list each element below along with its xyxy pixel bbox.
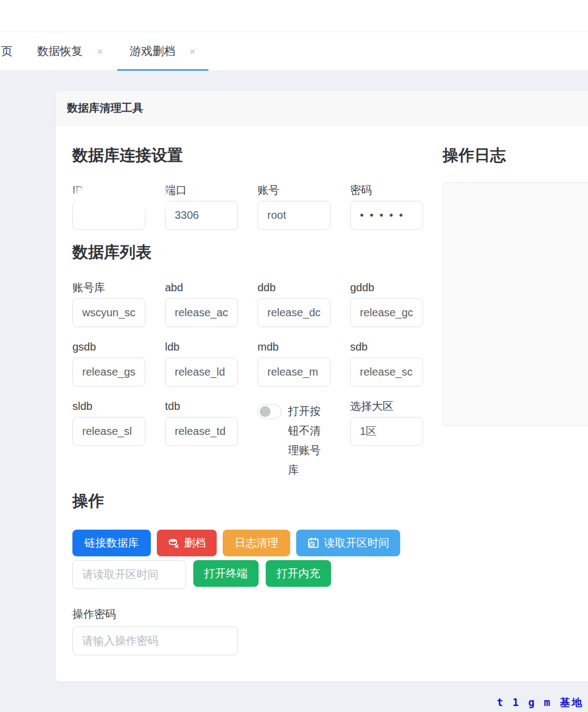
port-field: 端口 (165, 184, 238, 230)
card-body: 数据库连接设置 IP 端口 账号 (56, 125, 588, 681)
operation-log-heading: 操作日志 (443, 146, 588, 164)
ip-label: IP (72, 184, 145, 196)
operations-heading: 操作 (72, 492, 426, 510)
db-field-sldb: sldb (72, 400, 145, 480)
db-field-ddb: ddb (258, 281, 330, 327)
db-field-sdb: sdb (350, 341, 423, 386)
db-label: gsdb (72, 341, 145, 353)
db-input-gsdb[interactable] (72, 358, 145, 386)
db-field-mdb: mdb (258, 341, 330, 386)
db-label: ddb (258, 281, 330, 293)
connect-db-label: 链接数据库 (84, 536, 139, 550)
region-select[interactable] (350, 417, 423, 446)
password-input[interactable] (350, 201, 423, 230)
delete-archive-label: 删档 (184, 536, 206, 550)
db-input-abd[interactable] (165, 298, 238, 327)
connection-fields: IP 端口 账号 密码 (72, 184, 426, 230)
calendar-clock-icon (307, 537, 320, 549)
ip-field: IP (72, 184, 145, 230)
operation-log-panel (443, 182, 588, 426)
page-content: 数据库清理工具 数据库连接设置 IP 端口 账号 (0, 71, 588, 712)
delete-archive-button[interactable]: 删档 (157, 530, 217, 556)
db-input-sdb[interactable] (350, 358, 423, 386)
read-open-time-button[interactable]: 读取开区时间 (296, 530, 400, 556)
operation-password-label: 操作密码 (72, 607, 426, 622)
db-label: tdb (165, 400, 238, 412)
region-field: 选择大区 (350, 400, 423, 480)
db-label: sdb (350, 341, 423, 353)
db-field-ldb: ldb (165, 341, 238, 386)
db-input-mdb[interactable] (258, 358, 330, 386)
account-field: 账号 (258, 184, 330, 230)
top-header-bar (0, 0, 588, 32)
db-clean-tool-card: 数据库清理工具 数据库连接设置 IP 端口 账号 (56, 91, 588, 682)
keep-account-db-toggle-cell: 打开按钮不清理账号库 (258, 400, 330, 480)
db-field-abd: abd (165, 281, 238, 327)
db-field-gsdb: gsdb (72, 341, 145, 386)
tab-game-delete[interactable]: 游戏删档 × (130, 32, 195, 70)
open-recharge-button[interactable]: 打开内充 (266, 560, 331, 587)
db-label: 账号库 (72, 281, 145, 293)
password-label: 密码 (350, 184, 423, 196)
card-header: 数据库清理工具 (56, 91, 588, 125)
log-column: 操作日志 (443, 146, 588, 426)
port-input[interactable] (165, 201, 238, 230)
database-list-heading: 数据库列表 (72, 243, 426, 261)
toggle-knob (260, 406, 271, 417)
toggle-label: 打开按钮不清理账号库 (288, 401, 324, 480)
operation-buttons: 链接数据库 删档 日志清理 (72, 530, 426, 556)
db-label: abd (165, 281, 238, 293)
database-remove-icon (168, 537, 180, 549)
database-fields: 账号库 abd ddb gddb (72, 281, 426, 480)
password-field: 密码 (350, 184, 423, 230)
db-input-tdb[interactable] (165, 417, 238, 446)
connection-settings-heading: 数据库连接设置 (72, 146, 426, 164)
open-terminal-button[interactable]: 打开终端 (193, 560, 259, 587)
region-label: 选择大区 (350, 400, 423, 412)
tab-bar: 页 数据恢复 × 游戏删档 × (0, 32, 588, 71)
tab-data-restore[interactable]: 数据恢复 × (37, 32, 103, 70)
tab-home[interactable]: 页 (1, 32, 13, 70)
port-label: 端口 (165, 184, 238, 196)
clear-log-button[interactable]: 日志清理 (223, 530, 290, 556)
tab-home-label: 页 (1, 44, 13, 59)
connect-db-button[interactable]: 链接数据库 (72, 530, 151, 556)
db-label: gddb (350, 281, 423, 293)
db-label: ldb (165, 341, 238, 353)
db-field-account: 账号库 (72, 281, 145, 327)
db-field-gddb: gddb (350, 281, 423, 327)
form-column: 数据库连接设置 IP 端口 账号 (72, 146, 426, 655)
db-label: mdb (258, 341, 330, 353)
db-input-gddb[interactable] (350, 298, 423, 327)
ip-input[interactable] (72, 201, 145, 230)
read-open-time-label: 读取开区时间 (324, 536, 389, 550)
close-icon[interactable]: × (97, 46, 103, 57)
db-label: sldb (72, 400, 145, 412)
tab-data-restore-label: 数据恢复 (37, 44, 83, 59)
db-input-sldb[interactable] (72, 417, 145, 446)
open-terminal-label: 打开终端 (204, 566, 248, 581)
card-title: 数据库清理工具 (67, 101, 143, 115)
account-input[interactable] (258, 201, 330, 230)
open-time-input[interactable] (72, 560, 186, 589)
db-input-account[interactable] (72, 298, 145, 327)
operation-password-input[interactable] (72, 627, 238, 655)
clear-log-label: 日志清理 (235, 536, 278, 550)
open-recharge-label: 打开内充 (277, 566, 320, 581)
db-input-ddb[interactable] (258, 298, 330, 327)
db-input-ldb[interactable] (165, 358, 238, 386)
account-label: 账号 (258, 184, 330, 196)
watermark: t 1 g m 基地 (497, 696, 584, 710)
keep-account-db-toggle[interactable] (258, 404, 281, 419)
db-field-tdb: tdb (165, 400, 238, 480)
tab-game-delete-label: 游戏删档 (130, 44, 175, 59)
second-action-row: 打开终端 打开内充 (72, 560, 426, 589)
close-icon[interactable]: × (189, 46, 195, 57)
